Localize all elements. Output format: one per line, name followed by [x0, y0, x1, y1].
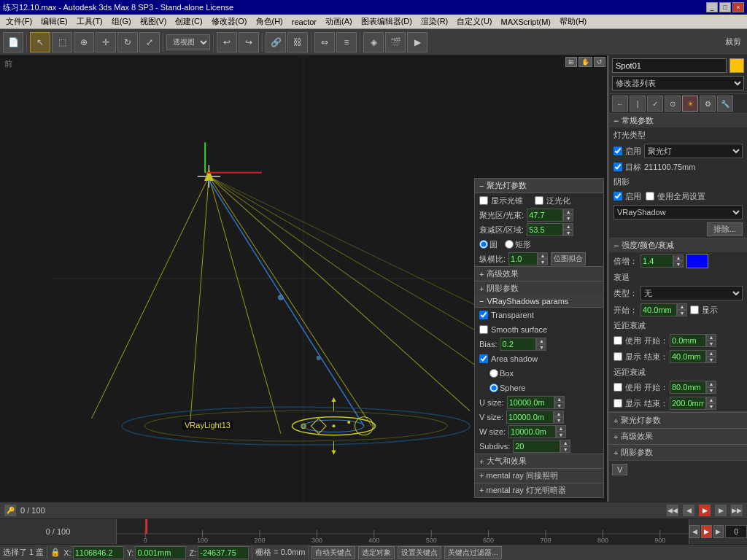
rp-nav-6[interactable]: ⚙	[700, 96, 716, 112]
far-start-down[interactable]: ▼	[706, 387, 716, 394]
show-cone-checkbox[interactable]	[479, 196, 488, 205]
target-checkbox[interactable]	[614, 163, 622, 171]
menu-create[interactable]: 创建(C)	[171, 15, 206, 28]
hotspot-down[interactable]: ▼	[563, 215, 573, 222]
menu-modifiers[interactable]: 修改器(O)	[207, 15, 252, 28]
key-filter-btn[interactable]: 关键点过滤器...	[444, 546, 501, 559]
view-dropdown[interactable]: 透视图	[166, 34, 210, 50]
near-end-down[interactable]: ▼	[706, 357, 716, 363]
menu-tools[interactable]: 工具(T)	[72, 15, 107, 28]
area-shadow-checkbox[interactable]	[479, 354, 488, 363]
toolbar-unlink[interactable]: ⛓	[287, 32, 308, 52]
menu-maxscript[interactable]: MAXScript(M)	[497, 17, 555, 27]
usize-down[interactable]: ▼	[554, 402, 565, 409]
tl-play-btn[interactable]: ▶	[701, 525, 711, 538]
subdivs-up[interactable]: ▲	[560, 440, 570, 446]
menu-edit[interactable]: 编辑(E)	[36, 15, 72, 28]
z-input[interactable]	[198, 546, 249, 559]
multiplier-input[interactable]	[640, 254, 673, 268]
show-checkbox[interactable]	[690, 306, 699, 314]
decay-type-select[interactable]: 无	[640, 286, 743, 300]
key-icon[interactable]: 🔑	[4, 505, 16, 516]
multiplier-up[interactable]: ▲	[673, 254, 684, 261]
start-down[interactable]: ▼	[677, 310, 687, 316]
far-show-checkbox[interactable]	[614, 399, 622, 408]
shadow-params-rp-btn[interactable]: + 阴影参数	[609, 444, 747, 460]
usize-input[interactable]	[507, 396, 554, 409]
hotspot-input[interactable]	[527, 209, 563, 222]
multiplier-down[interactable]: ▼	[673, 261, 684, 268]
set-key-btn[interactable]: 设置关键点	[398, 546, 441, 559]
toolbar-rotate[interactable]: ↻	[117, 32, 138, 52]
subdivs-down[interactable]: ▼	[560, 446, 570, 453]
falloff-up[interactable]: ▲	[563, 223, 573, 230]
vsize-input[interactable]	[506, 411, 554, 424]
aspect-input[interactable]	[508, 252, 538, 265]
menu-character[interactable]: 角色(H)	[252, 15, 287, 28]
falloff-input[interactable]	[527, 223, 563, 236]
light-type-select[interactable]: 聚光灯	[644, 144, 743, 158]
bias-down[interactable]: ▼	[536, 344, 546, 351]
toolbar-undo[interactable]: ↩	[217, 32, 237, 52]
wsize-input[interactable]	[508, 425, 556, 438]
toolbar-link[interactable]: 🔗	[266, 32, 286, 52]
start-input[interactable]	[640, 303, 677, 316]
vrayshadows-header[interactable]: − VRayShadows params	[475, 295, 603, 308]
near-start-down[interactable]: ▼	[706, 341, 716, 347]
general-params-header[interactable]: − 常规参数	[609, 114, 747, 128]
menu-render[interactable]: 渲染(R)	[417, 15, 452, 28]
vp-zoom-extents[interactable]: ⊞	[565, 57, 577, 67]
auto-key-btn[interactable]: 自动关键点	[311, 546, 355, 559]
start-up[interactable]: ▲	[677, 303, 687, 310]
x-input[interactable]	[73, 546, 124, 559]
exclude-btn[interactable]: 排除...	[707, 222, 743, 236]
spotlight-params-rp-btn[interactable]: + 聚光灯参数	[609, 412, 747, 428]
far-end-up[interactable]: ▲	[706, 397, 716, 403]
rp-nav-4[interactable]: ⊙	[665, 96, 681, 112]
rp-nav-2[interactable]: |	[630, 96, 646, 112]
near-show-checkbox[interactable]	[614, 352, 622, 361]
menu-graph-editor[interactable]: 图表编辑器(D)	[357, 15, 417, 28]
shadow-params-expand[interactable]: + 阴影参数	[475, 281, 603, 295]
shadow-enable-checkbox[interactable]	[614, 192, 622, 201]
toolbar-redo[interactable]: ↪	[239, 32, 259, 52]
menu-customize[interactable]: 自定义(U)	[452, 15, 496, 28]
prev-frame-btn[interactable]: ◀◀	[667, 505, 678, 516]
prev-btn[interactable]: ◀	[683, 505, 694, 516]
toolbar-align[interactable]: ≡	[336, 32, 357, 52]
toolbar-select-filter[interactable]: ⊕	[74, 32, 94, 52]
timeline-track[interactable]: 0 100 200 300 400 500 600 700 800 900	[117, 519, 689, 544]
shadow-type-select[interactable]: VRayShadow	[614, 205, 743, 219]
box-radio[interactable]	[489, 369, 498, 378]
toolbar-select[interactable]: ↖	[30, 32, 50, 52]
frame-input[interactable]	[725, 525, 747, 538]
wsize-up[interactable]: ▲	[556, 425, 566, 432]
menu-animation[interactable]: 动画(A)	[321, 15, 357, 28]
sphere-radio[interactable]	[489, 384, 498, 392]
bitmap-fit-btn[interactable]: 位图拟合	[551, 252, 586, 265]
tl-prev-btn[interactable]: ◀	[689, 525, 700, 538]
bias-input[interactable]	[500, 338, 536, 351]
maximize-btn[interactable]: □	[719, 2, 731, 12]
vp-orbit[interactable]: ↺	[594, 57, 605, 67]
next-btn[interactable]: ▶	[715, 505, 727, 516]
menu-view[interactable]: 视图(V)	[136, 15, 171, 28]
rect-radio[interactable]	[505, 240, 514, 249]
minimize-btn[interactable]: _	[706, 2, 718, 12]
intensity-header[interactable]: − 强度/颜色/衰减	[609, 238, 747, 252]
toolbar-scale[interactable]: ⤢	[139, 32, 160, 52]
far-start-input[interactable]	[670, 381, 706, 394]
far-start-up[interactable]: ▲	[706, 381, 716, 387]
mr-indirect-expand[interactable]: + mental ray 间接照明	[475, 468, 603, 483]
object-name-input[interactable]	[612, 58, 727, 73]
close-btn[interactable]: ×	[732, 2, 744, 12]
modifier-dropdown[interactable]: 修改器列表	[612, 76, 744, 90]
far-use-checkbox[interactable]	[614, 383, 622, 392]
advanced-effects-rp-btn[interactable]: + 高级效果	[609, 428, 747, 444]
use-global-checkbox[interactable]	[646, 192, 654, 201]
aspect-up[interactable]: ▲	[538, 252, 548, 259]
y-input[interactable]	[135, 546, 186, 559]
toolbar-mirror[interactable]: ⇔	[314, 32, 335, 52]
wsize-down[interactable]: ▼	[556, 432, 566, 438]
next-frame-btn[interactable]: ▶▶	[731, 505, 743, 516]
